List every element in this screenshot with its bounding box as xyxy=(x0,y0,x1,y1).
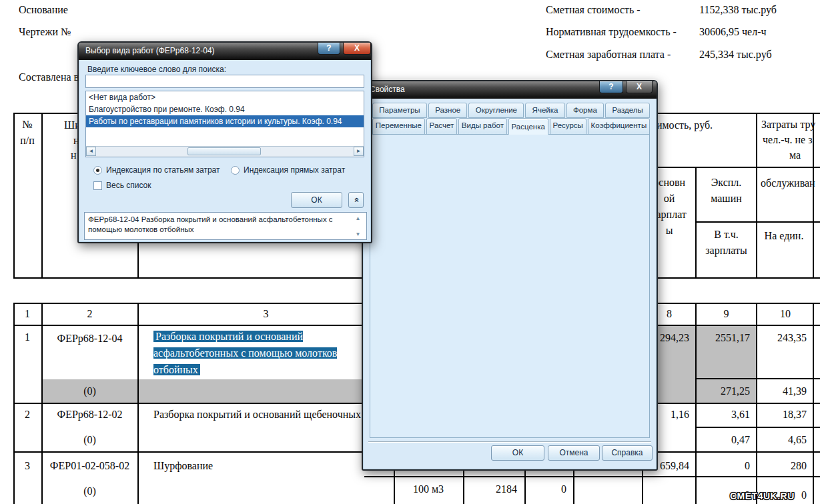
help-icon[interactable]: ? xyxy=(318,43,340,55)
row-code[interactable]: ФЕР01-02-058-02 xyxy=(42,458,137,474)
table-line xyxy=(364,476,820,477)
list-item[interactable]: Благоустройство при ремонте. Коэф. 0.94 xyxy=(86,103,364,115)
scroll-up-icon[interactable]: ▲ xyxy=(354,215,362,223)
tab-row-1: Параметры Разное Округление Ячейка Форма… xyxy=(372,103,650,118)
label-sostavlena: Составлена в xyxy=(19,69,79,85)
summary-salary-value: 245,334 тыс.руб xyxy=(699,47,772,63)
tab-raznoe[interactable]: Разное xyxy=(428,103,468,118)
tab-razdely[interactable]: Разделы xyxy=(605,103,650,118)
summary-cost-label: Сметная стоимость - xyxy=(546,2,641,18)
row-cell[interactable]: 243,35 xyxy=(758,330,810,346)
header-labor-line: чел.-ч. не з xyxy=(763,132,813,148)
row-cell[interactable]: 18,37 xyxy=(758,407,810,423)
tab-forma[interactable]: Форма xyxy=(566,103,604,118)
help-icon[interactable]: ? xyxy=(599,81,623,93)
row-name[interactable]: Шурфование xyxy=(153,458,213,474)
table-line xyxy=(813,113,814,279)
work-type-dialog: Выбор вида работ (ФЕРр68-12-04) ? X Введ… xyxy=(77,41,372,243)
tab-resursy[interactable]: Ресурсы xyxy=(550,118,586,135)
row-cell[interactable]: 3,61 xyxy=(697,407,753,423)
tab-page-rascenka xyxy=(370,134,650,438)
row-cell[interactable]: 0,47 xyxy=(697,432,753,448)
header-shifr-fragment: н xyxy=(71,147,77,163)
label-osnovanie: Основание xyxy=(19,2,68,18)
collapse-icon: » xyxy=(348,197,363,202)
description-box[interactable]: ФЕРр68-12-04 Разборка покрытий и основан… xyxy=(84,212,367,240)
row-cell[interactable]: 0 xyxy=(527,481,570,497)
scroll-left-icon[interactable]: ◄ xyxy=(86,147,96,156)
selected-text[interactable]: Разборка покрытий и оснований асфальтобе… xyxy=(153,331,337,375)
tab-yacheika[interactable]: Ячейка xyxy=(525,103,564,118)
collapse-button[interactable]: » xyxy=(348,192,364,208)
table-line xyxy=(695,221,820,223)
ok-button[interactable]: ОК xyxy=(291,192,342,208)
list-item-selected[interactable]: Работы по реставрации памятников истории… xyxy=(86,115,364,127)
row-cell[interactable]: 0 xyxy=(697,458,753,474)
row-name[interactable]: Разборка покрытий и оснований щебеночных xyxy=(153,407,380,423)
header-ekspl-mashin: Экспл. машин xyxy=(697,175,756,207)
tab-rascenka[interactable]: Расценка xyxy=(508,118,548,135)
header-na-edin: На един. xyxy=(758,228,810,244)
row-sub[interactable]: (0) xyxy=(42,483,137,499)
row-num[interactable]: 2 xyxy=(13,407,41,423)
row-qty[interactable]: 2184 xyxy=(467,481,520,497)
tab-vidy-rabot[interactable]: Виды работ xyxy=(458,118,507,135)
row-sub[interactable]: (0) xyxy=(42,383,137,399)
radio-dot xyxy=(96,169,99,172)
scrollbar-thumb[interactable] xyxy=(187,147,261,155)
tab-raschet[interactable]: Расчет xyxy=(426,118,457,135)
row-cell[interactable]: 4,65 xyxy=(758,432,810,448)
radio-indexation-direct[interactable] xyxy=(231,166,240,175)
colnum-10: 10 xyxy=(758,306,813,322)
row-cell[interactable]: 41,39 xyxy=(758,383,810,399)
help-button[interactable]: Справка xyxy=(602,445,653,461)
colnum-3: 3 xyxy=(138,306,394,322)
tab-parametry[interactable]: Параметры xyxy=(372,103,427,118)
row-name-selected[interactable]: Разборка покрытий и оснований асфальтобе… xyxy=(153,328,374,378)
row-num[interactable]: 1 xyxy=(13,329,41,345)
cancel-button[interactable]: Отмена xyxy=(548,445,600,461)
scroll-right-icon[interactable]: ► xyxy=(354,147,364,156)
tab-row-2: Переменные Расчет Виды работ Расценка Ре… xyxy=(372,118,650,135)
row-code[interactable]: ФЕРр68-12-02 xyxy=(42,407,137,423)
table-line xyxy=(813,303,814,504)
header-labor-line: ма xyxy=(789,147,801,163)
table-line xyxy=(695,378,820,379)
summary-salary-label: Сметная заработная плата - xyxy=(546,47,671,63)
work-type-dialog-title: Выбор вида работ (ФЕРр68-12-04) xyxy=(85,46,215,55)
row-sub[interactable]: (0) xyxy=(42,432,137,448)
header-vtch-zarplaty: В т.ч. зарплаты xyxy=(697,227,756,259)
header-labor-line: Затраты тру xyxy=(761,117,815,133)
row-unit[interactable]: 100 м3 xyxy=(395,481,462,497)
work-type-list: <Нет вида работ> Благоустройство при рем… xyxy=(85,91,364,157)
estimate-document: Основание Чертежи № Составлена в Сметная… xyxy=(0,0,820,504)
horizontal-scrollbar[interactable]: ◄ ► xyxy=(86,146,364,157)
row-code[interactable]: ФЕРр68-12-04 xyxy=(42,331,137,347)
list-item[interactable]: <Нет вида работ> xyxy=(86,91,364,103)
ok-button[interactable]: ОК xyxy=(491,445,544,461)
full-list-checkbox[interactable] xyxy=(93,181,102,190)
search-input[interactable] xyxy=(85,75,364,88)
full-list-checkbox-label: Весь список xyxy=(106,181,151,190)
tab-peremennye[interactable]: Переменные xyxy=(372,118,425,135)
close-icon[interactable]: X xyxy=(343,43,371,55)
radio-indexation-by-items[interactable] xyxy=(93,166,102,175)
close-icon[interactable]: X xyxy=(626,81,653,93)
row-cell[interactable]: 280 xyxy=(758,458,810,474)
radio-indexation-direct-label: Индексация прямых затрат xyxy=(244,165,345,175)
separator xyxy=(368,441,651,443)
properties-dialog: Свойства ? X Параметры Разное Округление… xyxy=(362,80,658,471)
label-chertezhi: Чертежи № xyxy=(19,24,71,40)
row-cell[interactable]: 271,25 xyxy=(697,383,753,399)
row-cell[interactable]: 2551,17 xyxy=(697,330,753,346)
table-line xyxy=(756,303,757,504)
summary-cost-value: 1152,338 тыс.руб xyxy=(699,2,777,18)
tab-koefficienty[interactable]: Коэффициенты xyxy=(588,118,650,135)
table-line xyxy=(41,113,43,279)
row-num[interactable]: 3 xyxy=(13,458,41,474)
scroll-down-icon[interactable]: ▼ xyxy=(354,231,362,239)
colnum-9: 9 xyxy=(697,306,756,322)
summary-labor-value: 30606,95 чел-ч xyxy=(699,24,767,40)
summary-labor-label: Нормативная трудоемкость - xyxy=(546,24,677,40)
tab-okruglenie[interactable]: Округление xyxy=(468,103,524,118)
